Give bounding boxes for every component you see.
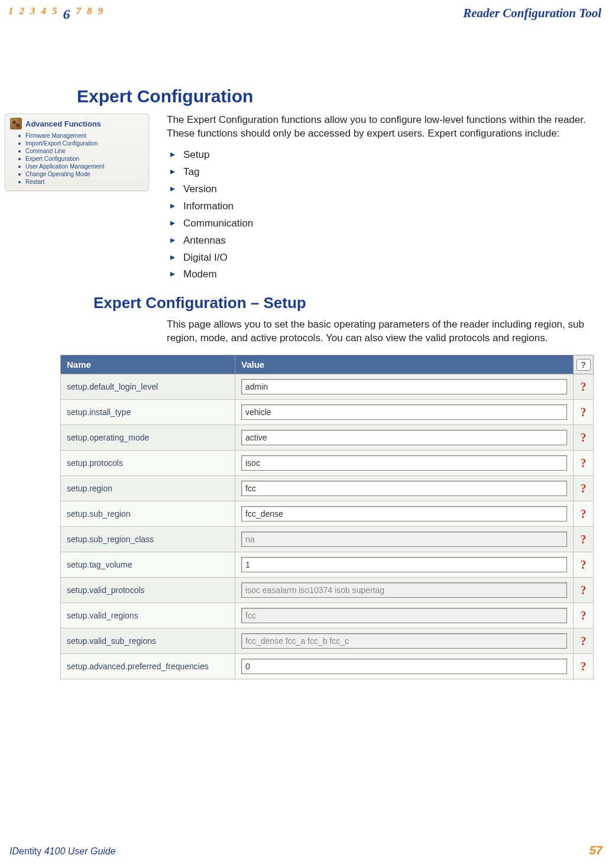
help-icon[interactable]: ? [581, 380, 587, 393]
panel-item[interactable]: Firmware Management [25, 132, 144, 140]
help-icon[interactable]: ? [581, 456, 587, 469]
footer-page-number: 57 [590, 844, 603, 857]
help-icon[interactable]: ? [581, 609, 587, 622]
param-name: setup.tag_volume [61, 552, 235, 578]
param-name: setup.sub_region_class [61, 527, 235, 552]
param-input[interactable] [241, 430, 567, 445]
table-row: setup.valid_sub_regions? [61, 629, 594, 654]
panel-item[interactable]: Command Line [25, 147, 144, 155]
table-row: setup.sub_region? [61, 501, 594, 527]
panel-item[interactable]: Restart [25, 178, 144, 186]
help-icon[interactable]: ? [581, 558, 587, 571]
config-table: Name Value ? setup.default_login_level?s… [60, 355, 594, 679]
param-name: setup.operating_mode [61, 425, 235, 451]
table-row: setup.default_login_level? [61, 374, 594, 400]
table-row: setup.valid_regions? [61, 603, 594, 629]
advanced-functions-panel: Advanced Functions Firmware ManagementIm… [5, 114, 149, 191]
help-icon[interactable]: ? [581, 482, 587, 495]
feature-item: Tag [167, 164, 604, 181]
chapter-link-4[interactable]: 4 [41, 5, 47, 21]
table-row: setup.advanced.preferred_frequencies? [61, 654, 594, 679]
help-icon[interactable]: ? [581, 584, 587, 597]
gear-icon [10, 118, 22, 129]
feature-item: Digital I/O [167, 250, 604, 267]
panel-item[interactable]: Import/Export Configuration [25, 140, 144, 147]
param-name: setup.region [61, 476, 235, 501]
feature-item: Communication [167, 215, 604, 232]
param-input[interactable] [241, 481, 567, 496]
intro-paragraph: The Expert Configuration functions allow… [167, 114, 604, 141]
param-name: setup.valid_protocols [61, 578, 235, 603]
chapter-link-5[interactable]: 5 [52, 5, 57, 21]
subsection-paragraph: This page allows you to set the basic op… [167, 318, 604, 345]
help-icon[interactable]: ? [581, 406, 587, 419]
param-input[interactable] [241, 404, 567, 420]
param-input [241, 532, 567, 547]
help-icon[interactable]: ? [581, 431, 587, 444]
col-header-value: Value [235, 355, 574, 374]
help-icon[interactable]: ? [581, 507, 587, 520]
help-icon[interactable]: ? [581, 533, 587, 546]
chapter-link-2[interactable]: 2 [20, 5, 25, 21]
panel-item[interactable]: Expert Configuration [25, 155, 144, 163]
table-row: setup.protocols? [61, 451, 594, 476]
help-icon[interactable]: ? [581, 660, 587, 673]
tool-title: Reader Configuration Tool [463, 6, 601, 21]
section-heading: Expert Configuration [77, 86, 612, 106]
param-input[interactable] [241, 379, 567, 394]
topbar: 123456789 Reader Configuration Tool [0, 5, 612, 21]
chapter-link-9[interactable]: 9 [98, 5, 103, 21]
table-row: setup.tag_volume? [61, 552, 594, 578]
param-input[interactable] [241, 659, 567, 674]
feature-item: Version [167, 181, 604, 198]
table-row: setup.valid_protocols? [61, 578, 594, 603]
feature-item: Information [167, 198, 604, 215]
panel-item[interactable]: User Application Management [25, 163, 144, 170]
param-name: setup.install_type [61, 400, 235, 425]
chapter-link-8[interactable]: 8 [87, 5, 92, 21]
feature-item: Antennas [167, 232, 604, 250]
param-name: setup.advanced.preferred_frequencies [61, 654, 235, 679]
chapter-link-6[interactable]: 6 [63, 7, 70, 22]
param-input[interactable] [241, 557, 567, 572]
param-name: setup.default_login_level [61, 374, 235, 400]
table-row: setup.sub_region_class? [61, 527, 594, 552]
param-name: setup.valid_regions [61, 603, 235, 629]
param-input[interactable] [241, 506, 567, 522]
feature-item: Modem [167, 266, 604, 283]
footer-guide: IDentity 4100 User Guide [9, 846, 116, 857]
chapter-link-3[interactable]: 3 [30, 5, 35, 21]
help-icon[interactable]: ? [577, 359, 591, 371]
help-icon[interactable]: ? [581, 634, 587, 647]
panel-title-text: Advanced Functions [25, 119, 101, 128]
param-name: setup.protocols [61, 451, 235, 476]
page-body: Expert Configuration Advanced Functions … [0, 21, 612, 679]
table-row: setup.install_type? [61, 400, 594, 425]
param-name: setup.sub_region [61, 501, 235, 527]
table-row: setup.region? [61, 476, 594, 501]
param-input [241, 608, 567, 623]
page-footer: IDentity 4100 User Guide 57 [0, 844, 612, 857]
panel-item[interactable]: Change Operating Mode [25, 170, 144, 178]
param-input[interactable] [241, 455, 567, 471]
param-input [241, 582, 567, 598]
chapter-nav: 123456789 [8, 5, 103, 21]
param-name: setup.valid_sub_regions [61, 629, 235, 654]
subsection-heading: Expert Configuration – Setup [93, 294, 612, 312]
col-header-help[interactable]: ? [574, 355, 594, 374]
feature-item: Setup [167, 147, 604, 164]
param-input [241, 633, 567, 649]
chapter-link-7[interactable]: 7 [76, 5, 82, 21]
chapter-link-1[interactable]: 1 [8, 5, 14, 21]
table-row: setup.operating_mode? [61, 425, 594, 451]
feature-list: SetupTagVersionInformationCommunicationA… [167, 147, 604, 284]
col-header-name: Name [61, 355, 235, 374]
